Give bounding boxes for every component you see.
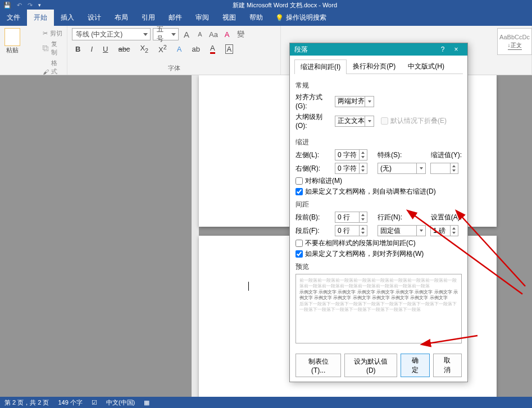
superscript-button[interactable]: X2 [158,44,167,54]
clipboard-group: 粘贴 ✂剪切 ⿻复制 🖌格式刷 剪贴板 [0,26,67,75]
vertical-ruler[interactable] [192,75,199,397]
space-after-spinner[interactable]: 0 行 [335,225,367,236]
snap-to-grid-checkbox[interactable] [295,250,303,258]
indent-value-label: 缩进值(Y): [431,150,462,160]
dialog-titlebar[interactable]: 段落 ? × [290,43,467,56]
subscript-button[interactable]: X2 [140,44,148,54]
status-macro-icon[interactable]: ▦ [144,399,149,406]
status-bar: 第 2 页，共 2 页 149 个字 ☑ 中文(中国) ▦ [0,397,532,408]
status-language[interactable]: 中文(中国) [106,398,135,407]
font-name-combo[interactable]: 等线 (中文正文) [72,28,151,40]
tell-me-search[interactable]: 💡 操作说明搜索 [270,10,332,26]
line-spacing-value: 固定值 [380,226,401,236]
title-bar: 💾 ↶ ↷ ▾ 新建 Microsoft Word 文档.docx - Word [0,0,532,10]
cut-button[interactable]: ✂剪切 [43,28,62,39]
preview-text-top: 前一段落前一段落前一段落前一段落前一段落前一段落前一段落前一段落前一段落前一段落… [299,278,458,290]
dialog-body: 常规 对齐方式(G): 两端对齐 大纲级别(O): 正文文本 默认情况下折叠(E… [290,74,467,349]
auto-adjust-right-checkbox[interactable] [295,188,303,195]
tab-line-page-breaks[interactable]: 换行和分页(P) [347,59,402,74]
spacing-section-label: 间距 [295,200,462,209]
indent-left-spinner[interactable]: 0 字符 [335,149,367,161]
save-icon[interactable]: 💾 [3,2,11,9]
highlight-icon[interactable]: ab [192,45,199,53]
clear-format-icon[interactable]: A [221,30,233,39]
text-effects-icon[interactable]: A [177,45,182,53]
shrink-font-icon[interactable]: A [194,31,206,38]
phonetic-guide-icon[interactable]: 變 [235,29,246,39]
indent-right-value: 0 字符 [338,164,357,173]
special-label: 特殊(S): [378,150,406,160]
outline-label: 大纲级别(O): [295,112,333,130]
tab-view[interactable]: 视图 [216,10,243,26]
tab-references[interactable]: 引用 [135,10,162,26]
indent-value-spinner[interactable] [430,163,458,174]
space-after-value: 0 行 [338,226,350,236]
italic-button[interactable]: I [90,45,93,53]
setting-value: 1 磅 [433,226,445,236]
status-page[interactable]: 第 2 页，共 2 页 [4,398,49,407]
preview-section-label: 预览 [295,262,462,272]
line-spacing-label: 行距(N): [378,213,406,222]
auto-adjust-right-label: 如果定义了文档网格，则自动调整右缩进(D) [305,187,436,196]
setting-value-label: 设置值(A): [431,213,462,222]
tab-chinese-typography[interactable]: 中文版式(H) [402,59,451,74]
font-group: 等线 (中文正文) 五号 A A Aa A 變 B I U abc X2 X2 … [67,26,281,75]
dialog-button-row: 制表位(T)... 设为默认值(D) 确定 取消 [290,349,467,382]
space-before-spinner[interactable]: 0 行 [335,212,367,223]
mirror-indent-checkbox[interactable] [295,177,303,185]
grow-font-icon[interactable]: A [181,30,192,39]
font-size-combo[interactable]: 五号 [153,28,179,40]
tab-home[interactable]: 开始 [27,10,54,26]
dialog-close-button[interactable]: × [449,45,463,53]
qat-dropdown-icon[interactable]: ▾ [38,2,41,8]
setting-value-spinner[interactable]: 1 磅 [430,225,458,236]
style-normal[interactable]: AaBbCcDc ↓正文 [497,28,532,55]
indent-left-label: 左侧(L): [295,150,333,160]
scissors-icon: ✂ [43,30,48,37]
tab-layout[interactable]: 布局 [108,10,135,26]
outline-combo[interactable]: 正文文本 [335,116,374,127]
underline-button[interactable]: U [103,45,108,53]
change-case-icon[interactable]: Aa [208,30,219,39]
tab-help[interactable]: 帮助 [243,10,270,26]
dialog-tabs: 缩进和间距(I) 换行和分页(P) 中文版式(H) [294,59,463,74]
paste-icon [4,28,20,46]
bold-button[interactable]: B [75,45,80,53]
set-default-button[interactable]: 设为默认值(D) [344,354,397,377]
cancel-button[interactable]: 取消 [433,354,462,377]
space-before-value: 0 行 [338,213,350,222]
quick-access-toolbar: 💾 ↶ ↷ ▾ [3,2,41,9]
brush-icon: 🖌 [43,68,49,75]
tab-review[interactable]: 审阅 [189,10,216,26]
alignment-combo[interactable]: 两端对齐 [335,96,374,107]
strikethrough-button[interactable]: abc [118,45,130,53]
general-section-label: 常规 [295,81,462,90]
font-name-value: 等线 (中文正文) [76,30,122,39]
char-border-icon[interactable]: A [225,44,234,54]
font-group-label: 字体 [72,63,276,72]
style-name: ↓正文 [508,42,522,50]
tabs-button[interactable]: 制表位(T)... [295,354,341,377]
status-word-count[interactable]: 149 个字 [58,398,82,407]
tab-insert[interactable]: 插入 [54,10,81,26]
special-combo[interactable]: (无) [378,163,426,174]
ok-button[interactable]: 确定 [401,354,429,377]
tab-mailings[interactable]: 邮件 [162,10,189,26]
copy-icon: ⿻ [43,45,49,52]
redo-icon[interactable]: ↷ [28,2,33,9]
dialog-help-button[interactable]: ? [436,45,449,53]
indent-right-label: 右侧(R): [295,164,333,173]
font-size-value: 五号 [157,25,168,44]
copy-button[interactable]: ⿻复制 [43,39,62,58]
line-spacing-combo[interactable]: 固定值 [378,225,426,236]
copy-label: 复制 [51,40,62,57]
tab-file[interactable]: 文件 [0,10,27,26]
space-after-label: 段后(F): [295,226,333,236]
tab-design[interactable]: 设计 [81,10,108,26]
no-space-same-style-checkbox[interactable] [295,240,303,247]
tab-indent-spacing[interactable]: 缩进和间距(I) [294,59,347,74]
status-proofing-icon[interactable]: ☑ [92,399,97,406]
undo-icon[interactable]: ↶ [17,2,22,9]
indent-right-spinner[interactable]: 0 字符 [335,163,367,174]
font-color-icon[interactable]: A [210,44,215,54]
